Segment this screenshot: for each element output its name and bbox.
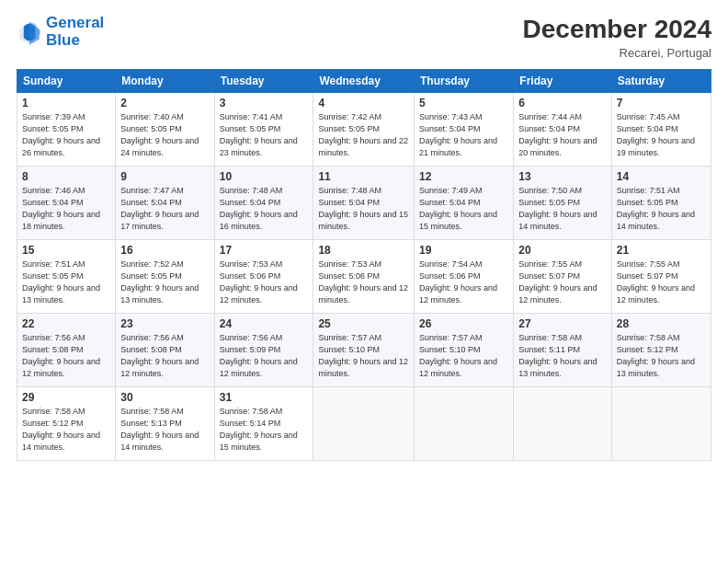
logo-line2: Blue: [46, 31, 80, 49]
day-number: 13: [518, 170, 607, 183]
table-row: 15Sunrise: 7:51 AMSunset: 5:05 PMDayligh…: [17, 240, 116, 314]
day-info: Sunrise: 7:48 AMSunset: 5:04 PMDaylight:…: [318, 185, 409, 233]
day-info: Sunrise: 7:45 AMSunset: 5:04 PMDaylight:…: [617, 111, 706, 159]
day-number: 3: [220, 97, 309, 109]
day-number: 8: [22, 170, 110, 183]
calendar-table: Sunday Monday Tuesday Wednesday Thursday…: [17, 69, 711, 461]
day-info: Sunrise: 7:58 AMSunset: 5:12 PMDaylight:…: [22, 406, 110, 454]
day-number: 21: [617, 244, 706, 257]
table-row: 22Sunrise: 7:56 AMSunset: 5:08 PMDayligh…: [17, 314, 116, 387]
table-row: 18Sunrise: 7:53 AMSunset: 5:06 PMDayligh…: [313, 240, 415, 314]
header: General Blue December 2024 Recarei, Port…: [17, 15, 711, 60]
day-number: 14: [617, 170, 706, 183]
day-info: Sunrise: 7:43 AMSunset: 5:04 PMDaylight:…: [419, 111, 508, 159]
table-row: 11Sunrise: 7:48 AMSunset: 5:04 PMDayligh…: [313, 167, 415, 240]
day-info: Sunrise: 7:57 AMSunset: 5:10 PMDaylight:…: [318, 332, 409, 380]
logo: General Blue: [17, 15, 104, 49]
calendar-page: General Blue December 2024 Recarei, Port…: [0, 0, 728, 563]
day-number: 4: [318, 97, 409, 109]
day-number: 5: [419, 97, 508, 109]
day-info: Sunrise: 7:48 AMSunset: 5:04 PMDaylight:…: [220, 185, 309, 233]
day-info: Sunrise: 7:58 AMSunset: 5:13 PMDaylight:…: [120, 406, 209, 454]
table-row: 28Sunrise: 7:58 AMSunset: 5:12 PMDayligh…: [611, 314, 711, 387]
day-number: 24: [220, 317, 309, 330]
col-saturday: Saturday: [611, 70, 711, 93]
month-title: December 2024: [523, 15, 711, 44]
day-info: Sunrise: 7:53 AMSunset: 5:06 PMDaylight:…: [318, 259, 409, 306]
table-row: 9Sunrise: 7:47 AMSunset: 5:04 PMDaylight…: [116, 167, 214, 240]
table-row: 8Sunrise: 7:46 AMSunset: 5:04 PMDaylight…: [17, 167, 116, 240]
table-row: 25Sunrise: 7:57 AMSunset: 5:10 PMDayligh…: [313, 314, 415, 387]
title-block: December 2024 Recarei, Portugal: [523, 15, 711, 60]
day-info: Sunrise: 7:56 AMSunset: 5:08 PMDaylight:…: [120, 332, 209, 380]
table-row: 2Sunrise: 7:40 AMSunset: 5:05 PMDaylight…: [116, 93, 214, 167]
table-row: 20Sunrise: 7:55 AMSunset: 5:07 PMDayligh…: [514, 240, 612, 314]
calendar-row: 8Sunrise: 7:46 AMSunset: 5:04 PMDaylight…: [17, 167, 711, 240]
table-row: 26Sunrise: 7:57 AMSunset: 5:10 PMDayligh…: [415, 314, 514, 387]
location: Recarei, Portugal: [523, 46, 711, 60]
col-wednesday: Wednesday: [313, 70, 415, 93]
logo-icon: [17, 19, 42, 45]
table-row: 21Sunrise: 7:55 AMSunset: 5:07 PMDayligh…: [611, 240, 711, 314]
day-number: 25: [318, 317, 409, 330]
day-number: 12: [419, 170, 508, 183]
day-number: 26: [419, 317, 508, 330]
table-row: 29Sunrise: 7:58 AMSunset: 5:12 PMDayligh…: [17, 387, 116, 461]
day-number: 30: [120, 391, 209, 404]
day-info: Sunrise: 7:49 AMSunset: 5:04 PMDaylight:…: [419, 185, 508, 233]
day-info: Sunrise: 7:40 AMSunset: 5:05 PMDaylight:…: [120, 111, 209, 159]
day-number: 27: [518, 317, 607, 330]
table-row: 5Sunrise: 7:43 AMSunset: 5:04 PMDaylight…: [415, 93, 514, 167]
day-number: 1: [22, 97, 110, 109]
table-row: 4Sunrise: 7:42 AMSunset: 5:05 PMDaylight…: [313, 93, 415, 167]
calendar-row: 29Sunrise: 7:58 AMSunset: 5:12 PMDayligh…: [17, 387, 711, 461]
day-info: Sunrise: 7:58 AMSunset: 5:14 PMDaylight:…: [220, 406, 309, 454]
table-row: 31Sunrise: 7:58 AMSunset: 5:14 PMDayligh…: [214, 387, 313, 461]
day-number: 29: [22, 391, 110, 404]
day-info: Sunrise: 7:52 AMSunset: 5:05 PMDaylight:…: [120, 259, 209, 306]
day-info: Sunrise: 7:51 AMSunset: 5:05 PMDaylight:…: [22, 259, 110, 306]
day-number: 17: [220, 244, 309, 257]
table-row: 13Sunrise: 7:50 AMSunset: 5:05 PMDayligh…: [514, 167, 612, 240]
table-row: 27Sunrise: 7:58 AMSunset: 5:11 PMDayligh…: [514, 314, 612, 387]
calendar-header-row: Sunday Monday Tuesday Wednesday Thursday…: [17, 70, 711, 93]
day-number: 10: [220, 170, 309, 183]
table-row: [611, 387, 711, 461]
table-row: 6Sunrise: 7:44 AMSunset: 5:04 PMDaylight…: [514, 93, 612, 167]
table-row: 17Sunrise: 7:53 AMSunset: 5:06 PMDayligh…: [214, 240, 313, 314]
day-info: Sunrise: 7:47 AMSunset: 5:04 PMDaylight:…: [120, 185, 209, 233]
day-info: Sunrise: 7:55 AMSunset: 5:07 PMDaylight:…: [617, 259, 706, 306]
day-info: Sunrise: 7:58 AMSunset: 5:12 PMDaylight:…: [617, 332, 706, 380]
day-info: Sunrise: 7:54 AMSunset: 5:06 PMDaylight:…: [419, 259, 508, 306]
calendar-row: 15Sunrise: 7:51 AMSunset: 5:05 PMDayligh…: [17, 240, 711, 314]
table-row: [415, 387, 514, 461]
col-thursday: Thursday: [415, 70, 514, 93]
table-row: 12Sunrise: 7:49 AMSunset: 5:04 PMDayligh…: [415, 167, 514, 240]
table-row: 24Sunrise: 7:56 AMSunset: 5:09 PMDayligh…: [214, 314, 313, 387]
day-number: 15: [22, 244, 110, 257]
day-info: Sunrise: 7:53 AMSunset: 5:06 PMDaylight:…: [220, 259, 309, 306]
calendar-row: 22Sunrise: 7:56 AMSunset: 5:08 PMDayligh…: [17, 314, 711, 387]
day-number: 16: [120, 244, 209, 257]
calendar-body: 1Sunrise: 7:39 AMSunset: 5:05 PMDaylight…: [17, 93, 711, 461]
day-number: 20: [518, 244, 607, 257]
day-number: 19: [419, 244, 508, 257]
day-number: 7: [617, 97, 706, 109]
day-info: Sunrise: 7:46 AMSunset: 5:04 PMDaylight:…: [22, 185, 110, 233]
day-number: 31: [220, 391, 309, 404]
table-row: 16Sunrise: 7:52 AMSunset: 5:05 PMDayligh…: [116, 240, 214, 314]
day-number: 22: [22, 317, 110, 330]
col-tuesday: Tuesday: [214, 70, 313, 93]
day-info: Sunrise: 7:56 AMSunset: 5:09 PMDaylight:…: [220, 332, 309, 380]
table-row: [313, 387, 415, 461]
table-row: 3Sunrise: 7:41 AMSunset: 5:05 PMDaylight…: [214, 93, 313, 167]
table-row: 10Sunrise: 7:48 AMSunset: 5:04 PMDayligh…: [214, 167, 313, 240]
table-row: 7Sunrise: 7:45 AMSunset: 5:04 PMDaylight…: [611, 93, 711, 167]
day-number: 28: [617, 317, 706, 330]
day-info: Sunrise: 7:44 AMSunset: 5:04 PMDaylight:…: [518, 111, 607, 159]
logo-text: General Blue: [46, 15, 104, 49]
day-info: Sunrise: 7:50 AMSunset: 5:05 PMDaylight:…: [518, 185, 607, 233]
day-info: Sunrise: 7:57 AMSunset: 5:10 PMDaylight:…: [419, 332, 508, 380]
calendar-row: 1Sunrise: 7:39 AMSunset: 5:05 PMDaylight…: [17, 93, 711, 167]
day-info: Sunrise: 7:56 AMSunset: 5:08 PMDaylight:…: [22, 332, 110, 380]
